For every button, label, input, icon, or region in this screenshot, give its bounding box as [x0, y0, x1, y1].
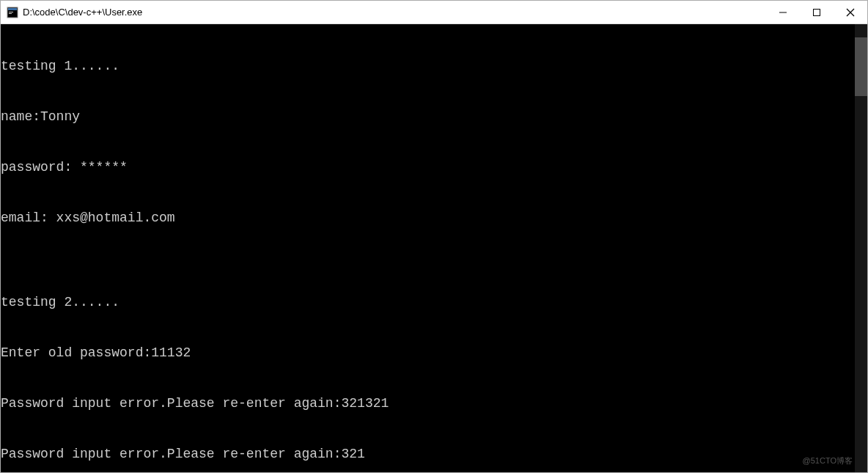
console-line: Password input error.Please re-enter aga…: [1, 446, 867, 463]
app-icon: [7, 7, 18, 18]
svg-rect-2: [9, 12, 13, 12]
scrollbar-thumb[interactable]: [855, 37, 867, 96]
maximize-button[interactable]: [800, 1, 834, 23]
watermark: @51CTO博客: [803, 452, 853, 469]
svg-rect-5: [814, 9, 820, 15]
window-controls: [766, 1, 867, 23]
console-output[interactable]: testing 1...... name:Tonny password: ***…: [1, 24, 867, 472]
window-title: D:\code\C\dev-c++\User.exe: [23, 7, 766, 18]
console-line: password: ******: [1, 159, 867, 176]
svg-rect-1: [8, 8, 17, 10]
scrollbar[interactable]: [855, 24, 867, 472]
console-line: Enter old password:11132: [1, 345, 867, 362]
titlebar[interactable]: D:\code\C\dev-c++\User.exe: [1, 1, 867, 24]
svg-rect-3: [9, 13, 12, 14]
minimize-button[interactable]: [766, 1, 800, 23]
console-window: D:\code\C\dev-c++\User.exe testing 1....: [0, 0, 868, 473]
console-line: email: xxs@hotmail.com: [1, 210, 867, 227]
console-line: name:Tonny: [1, 109, 867, 125]
console-line: testing 1......: [1, 58, 867, 75]
console-line: Password input error.Please re-enter aga…: [1, 395, 867, 412]
console-line: testing 2......: [1, 294, 867, 311]
close-button[interactable]: [834, 1, 867, 23]
